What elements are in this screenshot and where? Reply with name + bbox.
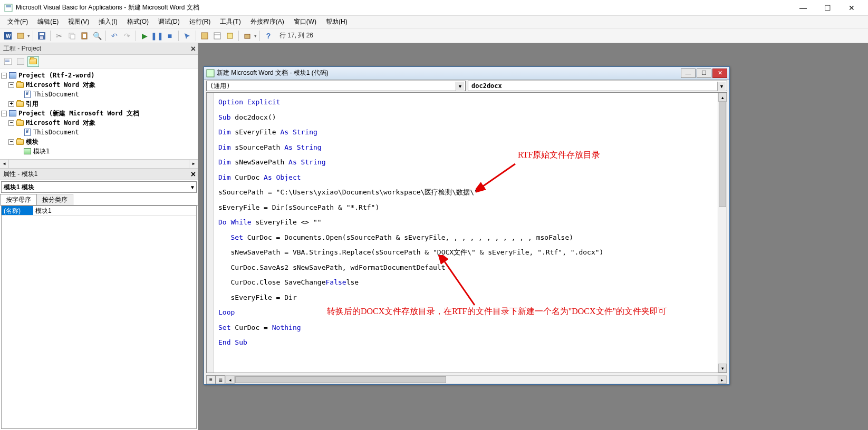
menu-addins[interactable]: 外接程序(A) bbox=[246, 16, 288, 27]
svg-marker-12 bbox=[185, 33, 190, 39]
property-name-value[interactable]: 模块1 bbox=[33, 206, 196, 215]
properties-pane-title: 属性 - 模块1 bbox=[3, 170, 37, 179]
project-pane-toolbar bbox=[0, 55, 198, 69]
code-vscrollbar[interactable]: ▴ ▾ bbox=[718, 93, 727, 373]
tree-project-1[interactable]: Project (Rtf-2-word) bbox=[18, 72, 95, 79]
tree-word-objects-1[interactable]: Microsoft Word 对象 bbox=[26, 81, 95, 90]
code-window-title: 新建 Microsoft Word 文档 - 模块1 (代码) bbox=[217, 69, 681, 77]
code-close-button[interactable]: ✕ bbox=[712, 69, 727, 78]
menu-insert[interactable]: 插入(I) bbox=[94, 16, 121, 27]
save-icon[interactable] bbox=[36, 30, 47, 42]
menu-format[interactable]: 格式(O) bbox=[123, 16, 153, 27]
code-editor[interactable]: Option Explicit Sub doc2docx() Dim sEver… bbox=[214, 93, 718, 373]
menu-edit[interactable]: 编辑(E) bbox=[33, 16, 63, 27]
app-title: Microsoft Visual Basic for Applications … bbox=[16, 3, 791, 12]
code-hscrollbar[interactable]: ◂ ▸ bbox=[225, 375, 727, 384]
code-window-icon bbox=[206, 69, 215, 77]
tab-categorized[interactable]: 按分类序 bbox=[36, 194, 73, 205]
dropdown-arrow-icon: ▼ bbox=[456, 82, 464, 91]
svg-rect-13 bbox=[201, 33, 208, 39]
procedure-dropdown[interactable]: doc2docx ▼ bbox=[468, 81, 727, 91]
paste-icon[interactable] bbox=[79, 30, 90, 42]
object-browser-icon[interactable] bbox=[224, 30, 236, 42]
help-icon[interactable]: ? bbox=[263, 30, 274, 42]
tree-thisdocument-1[interactable]: ThisDocument bbox=[33, 91, 79, 98]
view-object-icon[interactable] bbox=[15, 56, 26, 67]
properties-object-dropdown[interactable]: 模块1 模块 ▼ bbox=[1, 181, 197, 193]
mdi-client-area: 新建 Microsoft Word 文档 - 模块1 (代码) — ☐ ✕ (通… bbox=[198, 43, 868, 430]
toggle-folders-icon[interactable] bbox=[27, 56, 39, 67]
menu-debug[interactable]: 调试(D) bbox=[154, 16, 184, 27]
app-titlebar: Microsoft Visual Basic for Applications … bbox=[0, 0, 868, 16]
property-row[interactable]: (名称) 模块1 bbox=[2, 206, 196, 216]
svg-rect-6 bbox=[40, 33, 44, 35]
main-toolbar: W ▾ ✂ 🔍 ↶ ↷ ▶ ❚❚ ■ ▾ ? 行 17, 列 26 bbox=[0, 28, 868, 43]
code-minimize-button[interactable]: — bbox=[681, 69, 696, 78]
view-word-icon[interactable]: W bbox=[2, 30, 14, 42]
svg-rect-11 bbox=[83, 34, 86, 38]
menu-view[interactable]: 视图(V) bbox=[64, 16, 93, 27]
project-pane-title: 工程 - Project bbox=[3, 44, 41, 53]
tree-thisdocument-2[interactable]: ThisDocument bbox=[33, 129, 79, 136]
left-panel: 工程 - Project × −Project (Rtf-2-word) −Mi… bbox=[0, 43, 198, 430]
menu-tools[interactable]: 工具(T) bbox=[216, 16, 245, 27]
tree-module1[interactable]: 模块1 bbox=[33, 147, 50, 156]
tree-hscrollbar[interactable]: ◂▸ bbox=[0, 159, 198, 168]
svg-rect-1 bbox=[6, 5, 11, 7]
tree-project-2[interactable]: Project (新建 Microsoft Word 文档 bbox=[18, 109, 139, 118]
full-module-view-button[interactable]: ≣ bbox=[216, 375, 225, 384]
svg-rect-21 bbox=[17, 58, 24, 65]
tree-modules[interactable]: 模块 bbox=[26, 138, 38, 146]
tree-word-objects-2[interactable]: Microsoft Word 对象 bbox=[26, 119, 95, 128]
properties-pane-close-icon[interactable]: × bbox=[191, 170, 196, 179]
properties-icon[interactable] bbox=[211, 30, 223, 42]
project-tree[interactable]: −Project (Rtf-2-word) −Microsoft Word 对象… bbox=[0, 69, 198, 169]
properties-pane-header: 属性 - 模块1 × bbox=[0, 169, 198, 180]
svg-rect-4 bbox=[17, 33, 24, 38]
menu-file[interactable]: 文件(F) bbox=[3, 16, 32, 27]
find-icon[interactable]: 🔍 bbox=[91, 30, 103, 42]
svg-text:W: W bbox=[6, 33, 11, 39]
svg-rect-7 bbox=[40, 36, 43, 39]
minimize-button[interactable]: — bbox=[791, 0, 815, 16]
close-button[interactable]: ✕ bbox=[840, 0, 864, 16]
design-mode-icon[interactable] bbox=[181, 30, 193, 42]
menubar: 文件(F) 编辑(E) 视图(V) 插入(I) 格式(O) 调试(D) 运行(R… bbox=[0, 16, 868, 28]
svg-rect-22 bbox=[207, 70, 214, 77]
project-pane-close-icon[interactable]: × bbox=[191, 44, 196, 54]
properties-tabs: 按字母序 按分类序 bbox=[0, 194, 198, 206]
cut-icon[interactable]: ✂ bbox=[53, 30, 65, 42]
menu-help[interactable]: 帮助(H) bbox=[322, 16, 352, 27]
code-window: 新建 Microsoft Word 文档 - 模块1 (代码) — ☐ ✕ (通… bbox=[204, 66, 730, 385]
svg-rect-9 bbox=[71, 34, 75, 39]
property-name-key: (名称) bbox=[2, 206, 33, 215]
menu-run[interactable]: 运行(R) bbox=[185, 16, 215, 27]
project-explorer-icon[interactable] bbox=[199, 30, 210, 42]
code-window-titlebar[interactable]: 新建 Microsoft Word 文档 - 模块1 (代码) — ☐ ✕ bbox=[204, 67, 729, 80]
break-icon[interactable]: ❚❚ bbox=[151, 30, 163, 42]
maximize-button[interactable]: ☐ bbox=[815, 0, 840, 16]
object-dropdown[interactable]: (通用) ▼ bbox=[206, 81, 466, 91]
cursor-position: 行 17, 列 26 bbox=[279, 31, 313, 40]
insert-module-icon[interactable] bbox=[15, 30, 26, 42]
project-pane-header: 工程 - Project × bbox=[0, 43, 198, 55]
properties-grid[interactable]: (名称) 模块1 bbox=[1, 206, 197, 429]
run-icon[interactable]: ▶ bbox=[139, 30, 150, 42]
procedure-view-button[interactable]: ≡ bbox=[206, 375, 216, 384]
app-icon bbox=[4, 4, 13, 12]
tab-alphabetic[interactable]: 按字母序 bbox=[0, 194, 37, 205]
redo-icon[interactable]: ↷ bbox=[121, 30, 133, 42]
toolbox-icon[interactable] bbox=[242, 30, 253, 42]
reset-icon[interactable]: ■ bbox=[164, 30, 176, 42]
tree-references[interactable]: 引用 bbox=[26, 100, 38, 109]
svg-rect-14 bbox=[214, 33, 220, 39]
svg-rect-17 bbox=[245, 34, 250, 38]
code-maximize-button[interactable]: ☐ bbox=[697, 69, 711, 78]
copy-icon[interactable] bbox=[66, 30, 78, 42]
view-code-icon[interactable] bbox=[2, 56, 14, 67]
undo-icon[interactable]: ↶ bbox=[109, 30, 120, 42]
dropdown-arrow-icon: ▼ bbox=[190, 184, 195, 190]
menu-window[interactable]: 窗口(W) bbox=[290, 16, 321, 27]
code-margin bbox=[207, 93, 214, 373]
svg-rect-16 bbox=[227, 33, 233, 38]
